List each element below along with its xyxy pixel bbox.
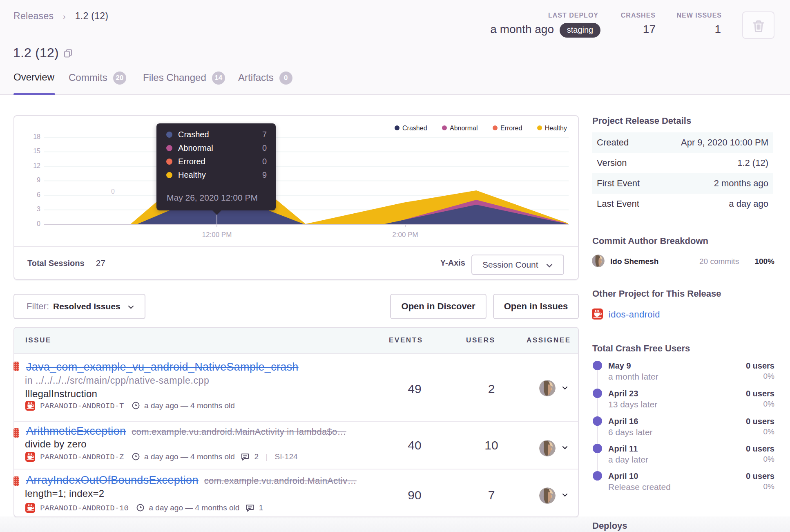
svg-text:0: 0 (111, 188, 115, 195)
